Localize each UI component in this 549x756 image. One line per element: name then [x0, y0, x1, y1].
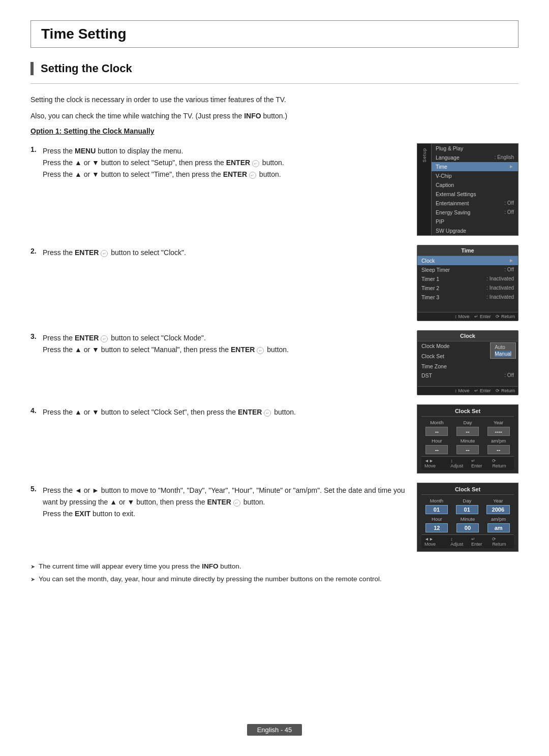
section-divider [30, 83, 518, 84]
menu-item-time: Time ► [432, 162, 518, 171]
page-title: Time Setting [41, 26, 508, 42]
time-menu-item-timer1: Timer 1 : Inactivated [417, 274, 518, 284]
clock-menu-item-timezone: Time Zone [417, 362, 518, 371]
enter-icon-3: ↵ [101, 250, 108, 257]
step-1-row: 1. Press the MENU button to display the … [30, 143, 518, 236]
time-menu-footer: ↕ Move ↵ Enter ⟳ Return [417, 312, 518, 321]
hour-label-4: Hour [432, 438, 442, 444]
menu-item-value: : Inactivated [486, 285, 514, 291]
clock-col-day-4: Day -- [456, 420, 479, 436]
menu-item-caption: Caption [432, 180, 518, 190]
minute-value-5: 00 [456, 523, 479, 532]
step-3-text: Press the ENTER ↵ button to select "Cloc… [43, 330, 407, 356]
step-1-text-block: 1. Press the MENU button to display the … [30, 143, 407, 180]
minute-value-4: -- [456, 445, 479, 454]
menu-item-label: Clock Mode [421, 343, 449, 349]
clock-menu-item-mode: Clock Mode Auto Manual [417, 341, 518, 351]
footer-enter: ↵ Enter [471, 458, 487, 468]
page-title-box: Time Setting [30, 20, 518, 48]
ampm-value-5: am [487, 523, 510, 532]
section-heading: Setting the Clock [41, 62, 518, 75]
footer-enter: ↵ Enter [474, 388, 491, 393]
menu-item-arrow: ► [509, 164, 514, 169]
minute-label-5: Minute [461, 516, 475, 522]
step-4-text: Press the ▲ or ▼ button to select "Clock… [43, 404, 407, 418]
footer-badge: English - 45 [247, 724, 302, 736]
clock-col-minute-5: Minute 00 [456, 516, 479, 532]
menu-item-value: : Off [504, 200, 514, 206]
menu-item-label: DST [421, 372, 432, 379]
step-5-text-block: 5. Press the ◄ or ► button to move to "M… [30, 483, 407, 520]
day-value-4: -- [456, 427, 479, 436]
menu-item-swupgrade: SW Upgrade [432, 226, 518, 235]
hour-value-5: 12 [425, 523, 448, 532]
clock-col-day-5: Day 01 [456, 498, 478, 514]
menu-item-vchip: V-Chip [432, 171, 518, 180]
footer-return: ⟳ Return [496, 314, 515, 319]
year-label-5: Year [493, 498, 503, 503]
menu-item-label: Time [436, 164, 447, 170]
setup-label: Setup [422, 148, 427, 163]
menu-item-label: Timer 2 [421, 285, 439, 291]
menu-item-label: Timer 1 [421, 276, 439, 282]
footer-move: ◄► Move [424, 458, 445, 468]
ampm-label-4: am/pm [491, 438, 506, 444]
clock-menu-footer: ↕ Move ↵ Enter ⟳ Return [417, 386, 518, 395]
step-2-text: Press the ENTER ↵ button to select "Cloc… [43, 245, 407, 259]
clock-set-footer-4: ◄► Move ↕ Adjust ↵ Enter ⟳ Return [421, 456, 514, 470]
step-4-number: 4. [30, 404, 39, 418]
clock-set-step4-box: Clock Set Month -- Day -- Year ---- Hour [417, 404, 518, 474]
minute-label-4: Minute [461, 438, 475, 444]
clock-menu: Clock Clock Mode Auto Manual Clock Set T… [417, 330, 518, 395]
clock-col-ampm-4: am/pm -- [487, 438, 510, 454]
section-heading-box: Setting the Clock [30, 62, 518, 75]
setup-menu-screenshot: Setup Plug & Play Language : English Tim… [417, 143, 518, 236]
notes-area: The current time will appear every time … [30, 561, 518, 585]
clock-set-step5-box: Clock Set Month 01 Day 01 Year 2006 Hour [417, 483, 518, 552]
year-label-4: Year [494, 420, 503, 425]
hour-value-4: -- [425, 445, 448, 454]
year-value-5: 2006 [486, 505, 510, 514]
enter-icon-2: ↵ [249, 172, 256, 179]
menu-item-label: Sleep Timer [421, 267, 450, 273]
ampm-value-4: -- [487, 445, 510, 454]
month-label-4: Month [430, 420, 443, 425]
clock-mode-dropdown: Auto Manual [490, 342, 516, 359]
month-value-4: -- [425, 427, 448, 436]
clock-col-hour-4: Hour -- [425, 438, 448, 454]
menu-item-external: External Settings [432, 190, 518, 199]
clock-menu-title: Clock [417, 331, 518, 341]
page-footer: English - 45 [0, 724, 549, 736]
time-menu-spacer [417, 302, 518, 312]
setup-main: Plug & Play Language : English Time ► V-… [432, 144, 518, 235]
clock-menu-spacer [417, 380, 518, 386]
info-bold: INFO [244, 112, 261, 120]
menu-item-plugplay: Plug & Play [432, 144, 518, 153]
time-menu-item-timer2: Timer 2 : Inactivated [417, 284, 518, 293]
menu-item-arrow: ► [509, 258, 514, 263]
menu-item-label: Clock Set [421, 353, 444, 359]
enter-icon-6: ↵ [264, 410, 271, 417]
clock-col-month-5: Month 01 [425, 498, 448, 514]
time-menu: Time Clock ► Sleep Timer : Off Timer 1 :… [417, 245, 518, 321]
option-heading: Option 1: Setting the Clock Manually [30, 127, 518, 135]
clock-set-row2-labels: Hour -- Minute -- am/pm -- [421, 438, 514, 454]
clock-set-step4-screenshot: Clock Set Month -- Day -- Year ---- Hour [417, 404, 518, 474]
setup-menu-wrapper: Setup Plug & Play Language : English Tim… [417, 143, 518, 236]
menu-item-value: : English [495, 154, 514, 160]
clock-menu-screenshot: Clock Clock Mode Auto Manual Clock Set T… [417, 330, 518, 395]
hour-label-5: Hour [432, 516, 442, 522]
time-menu-screenshot: Time Clock ► Sleep Timer : Off Timer 1 :… [417, 245, 518, 321]
menu-item-value: : Off [504, 209, 514, 215]
menu-item-entertainment: Entertainment : Off [432, 199, 518, 208]
clock-set-title-5: Clock Set [421, 486, 514, 495]
time-menu-item-timer3: Timer 3 : Inactivated [417, 293, 518, 302]
menu-item-label: Time Zone [421, 363, 447, 369]
menu-item-label: Caption [436, 182, 454, 188]
clock-menu-item-dst: DST : Off [417, 371, 518, 380]
dropdown-auto: Auto [495, 344, 511, 351]
note-1: The current time will appear every time … [30, 561, 518, 572]
step-2-text-block: 2. Press the ENTER ↵ button to select "C… [30, 245, 407, 259]
step-3-number: 3. [30, 330, 39, 356]
clock-col-year-5: Year 2006 [486, 498, 510, 514]
